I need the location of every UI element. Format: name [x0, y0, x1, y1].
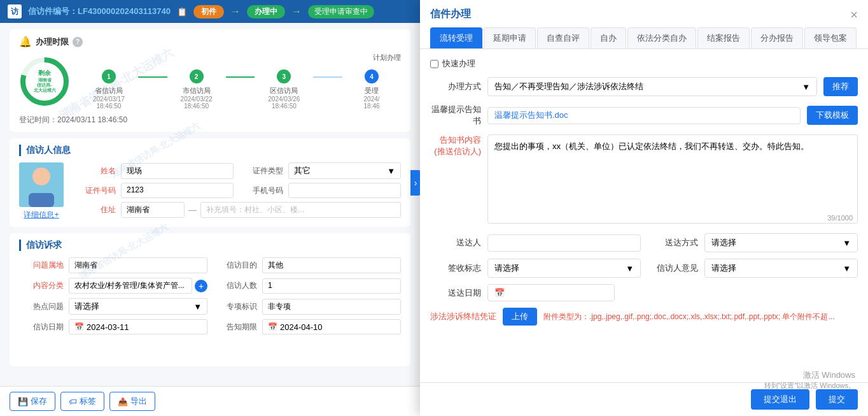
tab-leader-case[interactable]: 领导包案 [804, 27, 857, 48]
petition-section: 信访诉求 问题属地 湖南省 信访目的 其他 内容分类 农村农业/村务管理/集体资… [10, 233, 410, 366]
upload-row: 涉法涉诉终结凭证 上传 附件类型为：.jpg,.jpeg,.gif,.png;.… [430, 308, 858, 326]
notice-book-input[interactable]: 温馨提示告知书.doc [487, 107, 801, 124]
purpose-label: 信访目的 [213, 260, 257, 271]
deliver-row: 送达人 送达方式 请选择 ▼ [430, 233, 858, 252]
step-circle-3: 3 [277, 69, 291, 83]
dialog-title: 信件办理 [430, 8, 471, 21]
deliver-method-select[interactable]: 请选择 ▼ [704, 233, 858, 252]
id-num-label: 证件号码 [71, 185, 116, 196]
dialog-header: 信件办理 × 流转受理 延期申请 自查自评 自办 依法分类自办 结案报告 分办报… [420, 0, 868, 49]
deliver-person-input[interactable] [487, 234, 641, 252]
special-value: 非专项 [262, 299, 401, 315]
help-icon[interactable]: ? [73, 37, 83, 47]
windows-activate: 激活 Windows 转到"设置"以激活 Windows。 [764, 369, 856, 382]
app-icon: 访 [8, 4, 22, 18]
step-4: 4 受理 2024/18:46 [342, 69, 401, 110]
chevron-icon: ▼ [626, 264, 634, 273]
submit-button[interactable]: 提交 [816, 389, 858, 410]
chevron-icon: ▼ [843, 264, 851, 273]
deliver-date-input[interactable]: 📅 [487, 284, 615, 301]
textarea-wrap: 您提出的事项，xx（机关、单位）已认定依法终结，我们不再转送、交办。特此告知。 … [487, 134, 858, 226]
special-label: 专项标识 [213, 301, 257, 312]
detail-link[interactable]: 详细信息+ [19, 210, 64, 220]
dialog: 信件办理 × 流转受理 延期申请 自查自评 自办 依法分类自办 结案报告 分办报… [420, 0, 868, 416]
status-initial: 初件 [193, 5, 224, 18]
download-template-button[interactable]: 下载模板 [807, 106, 858, 125]
addr-dash: — [188, 205, 197, 215]
chevron-icon: ▼ [193, 302, 202, 312]
address-detail[interactable]: 补充填号：村社、小区、楼... [200, 202, 401, 218]
notice-content-label-wrap: 告知书内容(推送信访人) [430, 134, 481, 157]
id-num-value[interactable]: 2123 [121, 183, 234, 198]
svg-rect-4 [29, 193, 54, 207]
tab-sub-report[interactable]: 分办报告 [751, 27, 803, 48]
person-fields: 姓名 现场 证件类型 其它 ▼ 证件号码 2123 手机号码 住址 [71, 162, 401, 220]
sign-flag-select[interactable]: 请选择 ▼ [487, 259, 641, 278]
bottom-toolbar: 💾 保存 🏷 标签 📤 导出 [0, 386, 420, 416]
phone-label: 手机号码 [239, 185, 283, 196]
cal-icon: 📅 [494, 288, 505, 298]
steps-row: 1 省信访局 2024/03/1718:46:50 2 市信访局 2024/03… [80, 66, 401, 110]
step-date-2: 2024/03/2218:46:50 [181, 96, 213, 110]
left-panel: 访 信访件编号：LF430000202403113740 📋 初件 → 办理中 … [0, 0, 420, 416]
content-add-btn[interactable]: + [195, 280, 207, 292]
purpose-value[interactable]: 其他 [262, 257, 401, 273]
dialog-footer: 提交退出 提交 [420, 382, 868, 416]
quick-handle-input[interactable] [430, 60, 438, 68]
petition-date[interactable]: 📅 2024-03-11 [69, 319, 207, 334]
tab-transfer[interactable]: 流转受理 [430, 27, 482, 48]
tab-law-handle[interactable]: 依法分类自办 [627, 27, 696, 48]
copy-icon[interactable]: 📋 [177, 7, 187, 17]
collapse-btn[interactable]: › [410, 170, 420, 196]
evidence-label: 涉法涉诉终结凭证 [430, 311, 496, 322]
address-province[interactable]: 湖南省 [121, 202, 185, 218]
content-row: 农村农业/村务管理/集体资产管... + [69, 278, 207, 294]
arrow-icon: → [230, 6, 241, 17]
deliver-person-label: 送达人 [430, 237, 481, 248]
petitioner-count-value[interactable]: 1 [262, 278, 401, 294]
upload-hint: 附件类型为：.jpg,.jpeg,.gif,.png;.doc,.docx;.x… [543, 312, 835, 322]
chevron-icon: ▼ [802, 82, 810, 92]
content-area: 🔔 办理时限 ? 剩余 湖南省信访局-北大运维六 计划办理 [0, 23, 420, 416]
save-button[interactable]: 💾 保存 [10, 392, 55, 411]
cancel-submit-button[interactable]: 提交退出 [751, 389, 809, 410]
arrow-icon2: → [291, 6, 302, 17]
remaining-label: 剩余 [34, 69, 56, 78]
phone-value[interactable] [288, 183, 401, 198]
notice-content-label: 告知书内容(推送信访人) [430, 134, 481, 157]
petitioner-opinion-select[interactable]: 请选择 ▼ [704, 259, 858, 278]
export-button[interactable]: 📤 导出 [109, 392, 155, 411]
id-type-select[interactable]: 其它 ▼ [288, 162, 401, 179]
quick-handle-checkbox[interactable]: 快速办理 [430, 58, 475, 69]
export-icon: 📤 [118, 397, 128, 406]
deadline-title: 🔔 办理时限 ? [19, 36, 401, 48]
content-value[interactable]: 农村农业/村务管理/集体资产管... [69, 278, 192, 294]
region-value[interactable]: 湖南省 [69, 257, 207, 273]
tab-self-handle[interactable]: 自办 [591, 27, 626, 48]
close-button[interactable]: × [850, 8, 858, 21]
person-info-inner: 详细信息+ 姓名 现场 证件类型 其它 ▼ 证件号码 2123 手机号码 [19, 162, 401, 220]
petition-date-label: 信访日期 [19, 322, 64, 333]
deliver-date-row: 送达日期 📅 [430, 284, 858, 301]
petition-grid: 问题属地 湖南省 信访目的 其他 内容分类 农村农业/村务管理/集体资产管...… [19, 257, 401, 334]
hotspot-select[interactable]: 请选择 ▼ [69, 298, 207, 315]
step-line-3 [313, 76, 342, 78]
id-type-label: 证件类型 [239, 166, 283, 176]
petitioner-opinion-label: 信访人意见 [647, 262, 698, 274]
tab-self-review[interactable]: 自查自评 [537, 27, 589, 48]
recommend-button[interactable]: 推荐 [823, 77, 858, 96]
handle-method-select[interactable]: 告知／不再受理告知／涉法涉诉依法终结 ▼ [487, 77, 817, 96]
notice-deadline-label: 告知期限 [213, 322, 257, 333]
step-2: 2 市信访局 2024/03/2218:46:50 [167, 69, 226, 110]
cal-icon2: 📅 [268, 322, 277, 331]
notice-content-textarea[interactable]: 您提出的事项，xx（机关、单位）已认定依法终结，我们不再转送、交办。特此告知。 [487, 134, 858, 224]
upload-button[interactable]: 上传 [503, 308, 537, 326]
notice-deadline[interactable]: 📅 2024-04-10 [262, 319, 401, 334]
tab-close-report[interactable]: 结案报告 [697, 27, 750, 48]
dialog-title-row: 信件办理 × [430, 8, 858, 21]
tag-button[interactable]: 🏷 标签 [60, 392, 104, 411]
step-name-3: 区信访局 [270, 86, 298, 96]
notice-content-row: 告知书内容(推送信访人) 您提出的事项，xx（机关、单位）已认定依法终结，我们不… [430, 134, 858, 226]
tab-extend[interactable]: 延期申请 [484, 27, 536, 48]
name-value[interactable]: 现场 [121, 163, 234, 179]
